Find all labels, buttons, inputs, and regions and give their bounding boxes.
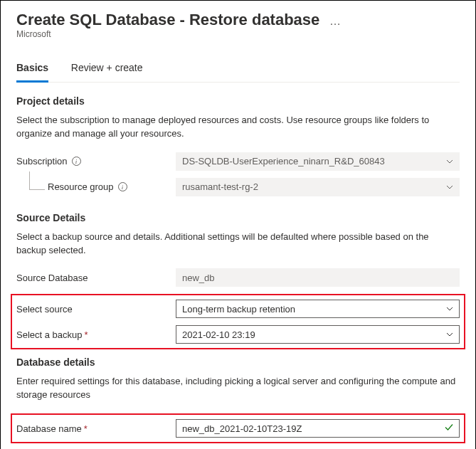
required-indicator: *: [84, 423, 88, 434]
section-desc-source-details: Select a backup source and details. Addi…: [16, 231, 460, 258]
page-subtitle: Microsoft: [16, 29, 460, 39]
resource-group-value: rusamant-test-rg-2: [176, 178, 460, 196]
select-backup-label-text: Select a backup: [16, 329, 83, 340]
section-heading-database-details: Database details: [16, 356, 460, 368]
section-desc-project-details: Select the subscription to manage deploy…: [16, 114, 460, 141]
resource-group-label: Resource group i: [16, 181, 176, 192]
select-backup-label: Select a backup *: [16, 329, 176, 340]
database-name-input[interactable]: new_db_2021-02-10T23-19Z: [176, 419, 460, 438]
resource-group-label-text: Resource group: [48, 181, 114, 192]
checkmark-icon: [444, 423, 454, 435]
database-name-label: Database name *: [16, 423, 176, 434]
select-backup-dropdown[interactable]: 2021-02-10 23:19: [176, 325, 460, 344]
select-source-value: Long-term backup retention: [176, 300, 460, 318]
info-icon[interactable]: i: [118, 182, 127, 191]
source-database-label: Source Database: [16, 273, 176, 283]
subscription-label: Subscription i: [16, 156, 176, 167]
source-database-value: new_db: [176, 268, 460, 287]
overflow-menu[interactable]: …: [329, 15, 342, 27]
subscription-label-text: Subscription: [16, 156, 68, 167]
tab-basics[interactable]: Basics: [16, 56, 48, 83]
info-icon[interactable]: i: [72, 157, 81, 166]
select-source-dropdown[interactable]: Long-term backup retention: [176, 300, 460, 318]
select-backup-value: 2021-02-10 23:19: [176, 325, 460, 344]
page-title: Create SQL Database - Restore database: [16, 11, 319, 28]
highlight-source-selection: Select source Long-term backup retention…: [11, 294, 465, 349]
resource-group-select[interactable]: rusamant-test-rg-2: [176, 178, 460, 196]
select-source-label: Select source: [16, 304, 176, 315]
database-name-label-text: Database name: [16, 423, 82, 434]
tab-bar: Basics Review + create: [16, 56, 460, 83]
subscription-select[interactable]: DS-SQLDB-UserExperience_ninarn_R&D_60843: [176, 152, 460, 171]
section-heading-project-details: Project details: [16, 95, 460, 107]
section-desc-database-details: Enter required settings for this databas…: [16, 375, 460, 402]
tab-review-create[interactable]: Review + create: [71, 56, 143, 80]
tree-connector-icon: [29, 171, 45, 190]
database-name-value: new_db_2021-02-10T23-19Z: [176, 419, 460, 438]
subscription-value: DS-SQLDB-UserExperience_ninarn_R&D_60843: [176, 152, 460, 171]
required-indicator: *: [85, 329, 88, 340]
highlight-database-name: Database name * new_db_2021-02-10T23-19Z: [11, 413, 465, 443]
section-heading-source-details: Source Details: [16, 212, 460, 223]
source-database-field: new_db: [176, 268, 460, 287]
